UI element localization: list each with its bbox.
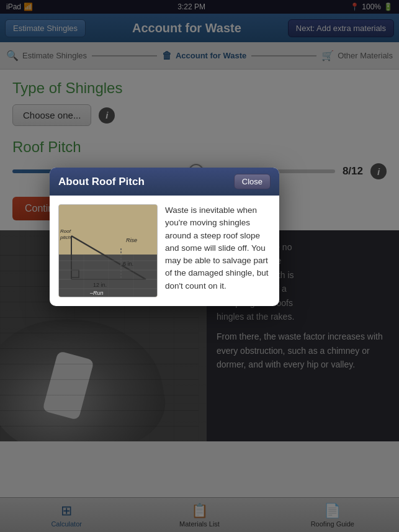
svg-text:Roof: Roof — [60, 228, 71, 234]
modal-body: 6 in. 12 in. Rise –Run Roof pitch — [50, 196, 279, 306]
modal-image: 6 in. 12 in. Rise –Run Roof pitch — [58, 204, 158, 297]
modal-text: Waste is inevitable when you're moving s… — [165, 204, 271, 297]
pitch-diagram-svg: 6 in. 12 in. Rise –Run Roof pitch — [59, 205, 158, 297]
modal-title: About Roof Pitch — [58, 176, 145, 188]
modal-header: About Roof Pitch Close — [50, 168, 279, 196]
svg-text:–Run: –Run — [89, 290, 104, 296]
svg-text:6 in.: 6 in. — [123, 261, 133, 267]
svg-text:12 in.: 12 in. — [93, 282, 107, 288]
svg-text:pitch: pitch — [60, 235, 71, 240]
svg-text:Rise: Rise — [126, 237, 137, 243]
modal-dialog: About Roof Pitch Close 6 in. 12 — [50, 168, 279, 306]
modal-close-button[interactable]: Close — [234, 174, 271, 189]
